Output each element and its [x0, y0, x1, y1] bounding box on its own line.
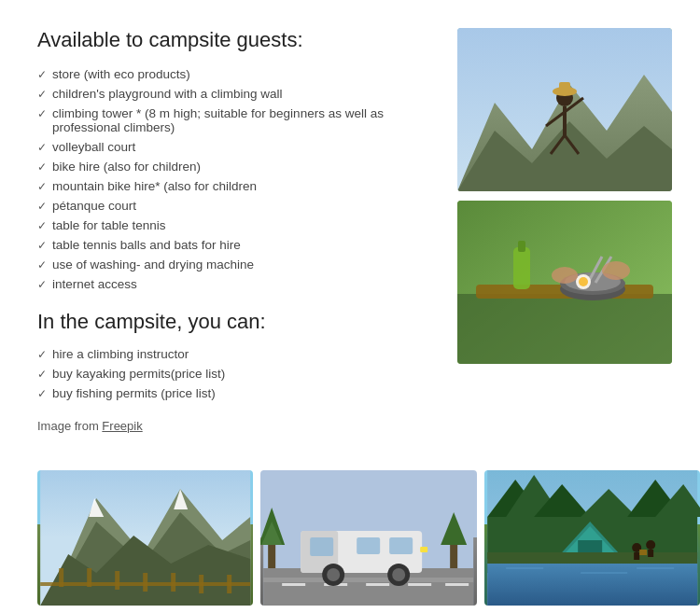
- activity-text: buy fishing permits (price list): [52, 386, 216, 400]
- svg-rect-56: [420, 547, 427, 552]
- svg-rect-77: [578, 540, 602, 552]
- amenity-text: use of washing- and drying machine: [52, 258, 254, 272]
- svg-point-22: [579, 277, 588, 286]
- svg-rect-15: [518, 241, 525, 252]
- amenity-text: table for table tennis: [52, 218, 166, 232]
- amenity-item: ✓mountain bike hire* (also for children: [37, 179, 439, 193]
- svg-rect-37: [199, 575, 203, 593]
- activity-item: ✓buy fishing permits (price list): [37, 386, 439, 400]
- amenity-text: children's playground with a climbing wa…: [52, 87, 282, 101]
- cooking-image: [457, 201, 672, 364]
- section-heading-2: In the campsite, you can:: [37, 310, 439, 334]
- svg-rect-60: [450, 543, 457, 568]
- svg-rect-10: [559, 82, 570, 93]
- check-icon: ✓: [37, 160, 47, 174]
- svg-rect-32: [59, 568, 63, 587]
- amenity-item: ✓use of washing- and drying machine: [37, 258, 439, 272]
- svg-point-23: [602, 261, 630, 280]
- svg-rect-40: [263, 568, 473, 606]
- activity-text: hire a climbing instructor: [52, 347, 189, 361]
- svg-rect-36: [171, 573, 175, 592]
- amenity-item: ✓table tennis balls and bats for hire: [37, 238, 439, 252]
- amenity-item: ✓bike hire (also for children): [37, 160, 439, 174]
- check-icon: ✓: [37, 278, 47, 291]
- svg-rect-74: [487, 552, 697, 564]
- svg-point-53: [327, 568, 340, 581]
- amenity-text: store (with eco products): [52, 67, 190, 81]
- svg-rect-79: [634, 552, 639, 560]
- svg-rect-42: [282, 583, 305, 586]
- hiker-image: [457, 28, 672, 191]
- check-icon: ✓: [37, 258, 47, 272]
- image-credit: Image from Freepik: [37, 419, 439, 433]
- lakeside-image: [484, 470, 700, 606]
- check-icon: ✓: [37, 200, 47, 213]
- check-icon: ✓: [37, 141, 47, 154]
- amenity-item: ✓pétanque court: [37, 199, 439, 213]
- amenity-text: volleyball court: [52, 140, 135, 154]
- svg-point-24: [552, 267, 578, 284]
- svg-rect-38: [227, 575, 231, 593]
- svg-rect-12: [457, 294, 672, 364]
- activity-item: ✓buy kayaking permits(price list): [37, 367, 439, 381]
- check-icon: ✓: [37, 180, 47, 193]
- svg-rect-50: [357, 537, 380, 554]
- svg-rect-82: [639, 550, 647, 555]
- amenity-text: table tennis balls and bats for hire: [52, 238, 241, 252]
- section-heading-1: Available to campsite guests:: [37, 28, 439, 52]
- activity-item: ✓hire a climbing instructor: [37, 347, 439, 361]
- check-icon: ✓: [37, 239, 47, 252]
- svg-rect-45: [408, 583, 431, 586]
- svg-rect-51: [389, 537, 413, 554]
- amenity-item: ✓climbing tower * (8 m high; suitable fo…: [37, 106, 439, 134]
- svg-rect-41: [263, 578, 473, 582]
- amenity-item: ✓table for table tennis: [37, 218, 439, 232]
- amenity-item: ✓volleyball court: [37, 140, 439, 154]
- amenity-text: climbing tower * (8 m high; suitable for…: [52, 106, 439, 134]
- svg-rect-35: [143, 573, 147, 592]
- amenities-list: ✓store (with eco products)✓children's pl…: [37, 67, 439, 291]
- amenity-text: bike hire (also for children): [52, 160, 201, 174]
- check-icon: ✓: [37, 219, 47, 232]
- mountains-image: [37, 470, 253, 606]
- freepik-link[interactable]: Freepik: [102, 419, 142, 433]
- svg-rect-44: [366, 583, 389, 586]
- main-content: Available to campsite guests: ✓store (wi…: [0, 0, 700, 470]
- svg-rect-33: [87, 568, 91, 587]
- amenity-item: ✓store (with eco products): [37, 67, 439, 81]
- check-icon: ✓: [37, 68, 47, 81]
- svg-rect-46: [445, 583, 469, 586]
- amenity-item: ✓children's playground with a climbing w…: [37, 87, 439, 101]
- svg-rect-14: [513, 247, 530, 289]
- svg-point-55: [392, 568, 405, 581]
- amenity-item: ✓internet access: [37, 277, 439, 291]
- left-column: Available to campsite guests: ✓store (wi…: [37, 28, 439, 452]
- svg-rect-49: [310, 537, 333, 556]
- svg-point-80: [646, 540, 655, 550]
- check-icon: ✓: [37, 107, 47, 120]
- svg-rect-34: [115, 571, 119, 590]
- amenity-text: internet access: [52, 277, 137, 291]
- check-icon: ✓: [37, 348, 47, 361]
- check-icon: ✓: [37, 368, 47, 381]
- svg-rect-81: [648, 550, 653, 557]
- bottom-images-row: [0, 470, 700, 613]
- right-column: [457, 28, 672, 452]
- svg-rect-70: [487, 559, 697, 606]
- activities-list: ✓hire a climbing instructor✓buy kayaking…: [37, 347, 439, 400]
- amenity-text: pétanque court: [52, 199, 136, 213]
- amenity-text: mountain bike hire* (also for children: [52, 179, 257, 193]
- check-icon: ✓: [37, 88, 47, 101]
- check-icon: ✓: [37, 387, 47, 400]
- campervan-image: [260, 470, 476, 606]
- activity-text: buy kayaking permits(price list): [52, 367, 225, 381]
